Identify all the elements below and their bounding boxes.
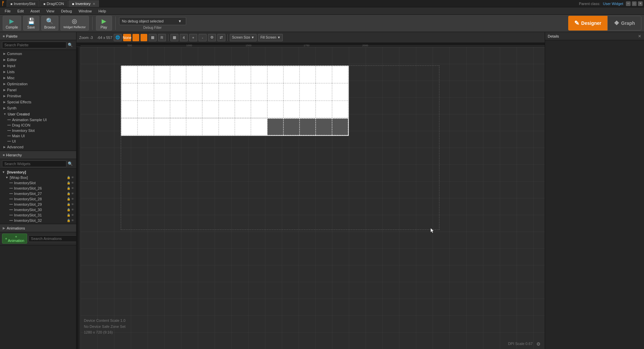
save-button[interactable]: 💾 Save xyxy=(23,16,39,31)
canvas-orange1-button[interactable] xyxy=(132,34,139,41)
animations-search-input[interactable] xyxy=(29,235,76,242)
add-animation-button[interactable]: + + Animation xyxy=(2,234,27,244)
hier-eye-icon-3[interactable]: 👁 xyxy=(71,187,74,190)
tab-inventoryslot[interactable]: ■ InventorySlot xyxy=(7,0,39,7)
inv-cell xyxy=(267,66,283,83)
menu-window[interactable]: Window xyxy=(75,8,95,14)
fill-screen-dropdown[interactable]: Fill Screen ▼ xyxy=(258,34,283,41)
hierarchy-item-invslot30[interactable]: ━━ InventorySlot_30 🔒 👁 xyxy=(0,207,76,212)
details-close-button[interactable]: ✕ xyxy=(638,34,641,39)
menu-file[interactable]: File xyxy=(1,8,14,14)
hierarchy-item-wrapbox[interactable]: ▼ [Wrap Box] 🔒 👁 xyxy=(0,175,76,180)
canvas-settings-button[interactable]: ⚙ xyxy=(208,34,216,41)
palette-search-row: 🔍 xyxy=(0,40,76,50)
hierarchy-item-inventory[interactable]: ▼ [Inventory] xyxy=(0,169,76,175)
minimize-button[interactable]: ─ xyxy=(626,1,631,6)
hier-eye-icon-5[interactable]: 👁 xyxy=(71,197,74,201)
palette-category-advanced[interactable]: ▶ Advanced xyxy=(0,144,76,150)
tab-dragicon[interactable]: ■ DragICON xyxy=(40,0,67,7)
palette-category-synth[interactable]: ▶ Synth xyxy=(0,105,76,111)
hierarchy-item-invslot[interactable]: ━━ InventorySlot 🔒 👁 xyxy=(0,180,76,186)
animations-header[interactable]: ▶ Animations xyxy=(0,224,76,232)
inv-cell-b2 xyxy=(138,118,154,135)
menu-help[interactable]: Help xyxy=(95,8,109,14)
hierarchy-items: ▼ [Inventory] ▼ [Wrap Box] 🔒 👁 ━━ Invent… xyxy=(0,169,76,224)
menu-debug[interactable]: Debug xyxy=(58,8,75,14)
canvas-plus-button[interactable]: + xyxy=(189,34,197,41)
close-button[interactable]: ✕ xyxy=(638,1,643,6)
hierarchy-item-invslot32[interactable]: ━━ InventorySlot_32 🔒 👁 xyxy=(0,218,76,223)
hier-eye-icon-9[interactable]: 👁 xyxy=(71,219,74,222)
tab-inventory[interactable]: ■ Inventory ✕ xyxy=(68,0,99,7)
canvas-four-button[interactable]: 4 xyxy=(180,34,188,41)
palette-category-common[interactable]: ▶ Common xyxy=(0,51,76,57)
palette-item-animation-sample-ui[interactable]: ━━ Animation Sample UI xyxy=(0,117,76,122)
canvas-globe-button[interactable]: 🌐 xyxy=(114,34,122,41)
palette-header[interactable]: ■ Palette xyxy=(0,32,76,40)
tab-icon-2: ■ xyxy=(43,2,45,6)
debug-dropdown[interactable]: No debug object selected ▼ xyxy=(119,17,186,25)
inv-cell xyxy=(170,83,186,100)
hier-eye-icon[interactable]: 👁 xyxy=(71,176,74,179)
cursor-indicator xyxy=(429,228,435,234)
palette-category-user-created[interactable]: ▼ User Created xyxy=(0,111,76,117)
tab-close-icon[interactable]: ✕ xyxy=(93,2,95,6)
hier-eye-icon-2[interactable]: 👁 xyxy=(71,181,74,185)
palette-item-drag-icon[interactable]: ━━ Drag ICON xyxy=(0,122,76,128)
hierarchy-item-invslot27[interactable]: ━━ InventorySlot_27 🔒 👁 xyxy=(0,191,76,196)
play-button[interactable]: ▶ Play xyxy=(96,16,112,31)
hierarchy-item-invslot28[interactable]: ━━ InventorySlot_28 🔒 👁 xyxy=(0,196,76,202)
browse-button[interactable]: 🔍 Browse xyxy=(41,16,58,31)
palette-category-input[interactable]: ▶ Input xyxy=(0,63,76,69)
hier-eye-icon-8[interactable]: 👁 xyxy=(71,213,74,217)
palette-category-panel[interactable]: ▶ Panel xyxy=(0,87,76,93)
compile-button[interactable]: ▶ Compile xyxy=(3,16,21,31)
graph-button[interactable]: ❖ Graph xyxy=(607,16,641,31)
hierarchy-header[interactable]: ■ Hierarchy xyxy=(0,151,76,159)
canvas-aspect-button[interactable]: ▦ xyxy=(170,34,178,41)
hier-eye-icon-6[interactable]: 👁 xyxy=(71,203,74,206)
hierarchy-search-button[interactable]: 🔍 xyxy=(66,161,74,166)
maximize-button[interactable]: □ xyxy=(632,1,637,6)
menu-asset[interactable]: Asset xyxy=(27,8,43,14)
palette-category-editor[interactable]: ▶ Editor xyxy=(0,57,76,63)
hierarchy-search-input[interactable] xyxy=(2,160,66,167)
parent-class-link[interactable]: User Widget xyxy=(603,2,623,6)
hierarchy-item-invslot26[interactable]: ━━ InventorySlot_26 🔒 👁 xyxy=(0,186,76,191)
screen-size-dropdown[interactable]: Screen Size ▼ xyxy=(230,34,257,41)
designer-button[interactable]: ✎ Designer xyxy=(568,16,607,31)
hier-icons-invslot30: 🔒 👁 xyxy=(67,208,74,211)
palette-search-input[interactable] xyxy=(2,42,66,48)
menu-edit[interactable]: Edit xyxy=(14,8,27,14)
dpi-settings-button[interactable]: ⚙ xyxy=(536,341,541,347)
category-arrow-user-created: ▼ xyxy=(3,112,6,116)
palette-item-ui[interactable]: ━━ UI xyxy=(0,139,76,144)
canvas-content[interactable]: Device Content Scale 1.0 No Device Safe … xyxy=(80,47,545,349)
canvas-r-button[interactable]: R xyxy=(158,34,166,41)
canvas-grid-background[interactable]: Device Content Scale 1.0 No Device Safe … xyxy=(80,47,545,349)
palette-search-button[interactable]: 🔍 xyxy=(66,43,74,47)
palette-category-optimization[interactable]: ▶ Optimization xyxy=(0,81,76,87)
canvas-grid-button[interactable]: ▦ xyxy=(149,34,157,41)
hier-eye-icon-7[interactable]: 👁 xyxy=(71,208,74,211)
palette-category-lists[interactable]: ▶ Lists xyxy=(0,69,76,75)
canvas-orange2-button[interactable] xyxy=(141,34,147,41)
palette-category-special-effects[interactable]: ▶ Special Effects xyxy=(0,99,76,105)
hierarchy-item-invslot29[interactable]: ━━ InventorySlot_29 🔒 👁 xyxy=(0,202,76,207)
grid-canvas[interactable]: 500 1000 1500 1750 2000 xyxy=(76,43,545,349)
palette-item-main-ui[interactable]: ━━ Main UI xyxy=(0,133,76,139)
widget-reflector-button[interactable]: ◎ Widget Reflector xyxy=(60,16,89,31)
palette-item-inventory-slot[interactable]: ━━ Inventory Slot xyxy=(0,128,76,133)
hierarchy-item-invslot31[interactable]: ━━ InventorySlot_31 🔒 👁 xyxy=(0,212,76,218)
palette-category-misc[interactable]: ▶ Misc xyxy=(0,75,76,81)
svg-text:1000: 1000 xyxy=(186,44,192,47)
canvas-minus-button[interactable]: - xyxy=(199,34,207,41)
inv-cell-b3 xyxy=(154,118,170,135)
menu-view[interactable]: View xyxy=(43,8,58,14)
palette-category-primitive[interactable]: ▶ Primitive xyxy=(0,93,76,99)
inv-cell xyxy=(186,101,202,118)
hier-eye-icon-4[interactable]: 👁 xyxy=(71,192,74,195)
inventory-widget[interactable] xyxy=(121,65,349,136)
canvas-expand-button[interactable]: ⇄ xyxy=(217,34,225,41)
canvas-none-button[interactable]: None xyxy=(123,34,131,41)
